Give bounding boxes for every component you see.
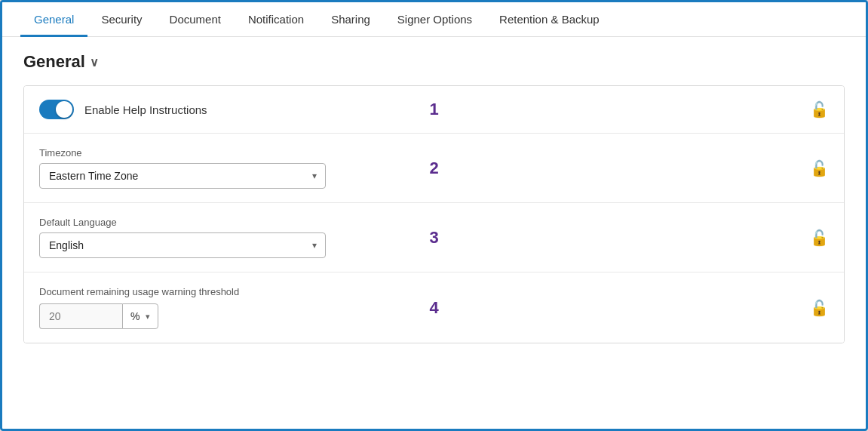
lock-icon-3[interactable]: 🔓 xyxy=(810,229,829,247)
language-label: Default Language xyxy=(39,217,326,228)
timezone-select[interactable]: Eastern Time Zone Central Time Zone Moun… xyxy=(39,163,326,189)
tab-bar: General Security Document Notification S… xyxy=(2,2,866,37)
timezone-select-wrapper: Eastern Time Zone Central Time Zone Moun… xyxy=(39,163,326,189)
language-select[interactable]: English Spanish French xyxy=(39,232,326,258)
timezone-label: Timezone xyxy=(39,147,326,159)
setting-row-3: Default Language English Spanish French … xyxy=(24,203,844,272)
app-window: General Security Document Notification S… xyxy=(0,0,868,431)
threshold-unit-select[interactable]: % ▾ xyxy=(122,303,158,329)
lock-icon-4[interactable]: 🔓 xyxy=(810,299,829,317)
row-number-2: 2 xyxy=(429,159,438,178)
tab-general[interactable]: General xyxy=(20,2,87,37)
threshold-inputs: % ▾ xyxy=(39,303,239,329)
content-area: General ∨ Enable Help Instructions 1 🔓 T… xyxy=(2,37,866,429)
tab-sharing[interactable]: Sharing xyxy=(317,2,384,37)
tab-security[interactable]: Security xyxy=(87,2,155,37)
threshold-label: Document remaining usage warning thresho… xyxy=(39,286,239,297)
settings-section: Enable Help Instructions 1 🔓 Timezone Ea… xyxy=(23,85,845,343)
tab-retention-backup[interactable]: Retention & Backup xyxy=(486,2,613,37)
lock-icon-1[interactable]: 🔓 xyxy=(810,100,829,119)
lock-icon-2[interactable]: 🔓 xyxy=(810,159,829,177)
threshold-unit-chevron-icon: ▾ xyxy=(146,312,150,322)
language-group: Default Language English Spanish French … xyxy=(39,217,326,258)
enable-help-toggle[interactable] xyxy=(39,100,74,119)
page-title: General ∨ xyxy=(23,52,845,72)
setting-row-1: Enable Help Instructions 1 🔓 xyxy=(24,86,844,134)
page-title-chevron[interactable]: ∨ xyxy=(90,55,99,69)
threshold-unit-value: % xyxy=(130,310,140,322)
tab-signer-options[interactable]: Signer Options xyxy=(384,2,486,37)
timezone-group: Timezone Eastern Time Zone Central Time … xyxy=(39,147,326,189)
tab-notification[interactable]: Notification xyxy=(235,2,317,37)
toggle-label: Enable Help Instructions xyxy=(84,103,207,116)
setting-row-4: Document remaining usage warning thresho… xyxy=(24,272,844,343)
setting-row-2: Timezone Eastern Time Zone Central Time … xyxy=(24,134,844,203)
tab-document[interactable]: Document xyxy=(156,2,235,37)
row-number-1: 1 xyxy=(429,100,438,119)
row-number-4: 4 xyxy=(429,298,438,318)
toggle-group: Enable Help Instructions xyxy=(39,100,207,119)
row-number-3: 3 xyxy=(429,228,438,248)
language-select-wrapper: English Spanish French ▾ xyxy=(39,232,326,258)
threshold-group: Document remaining usage warning thresho… xyxy=(39,286,239,329)
threshold-number-input[interactable] xyxy=(39,303,122,329)
page-title-text: General xyxy=(23,52,85,72)
